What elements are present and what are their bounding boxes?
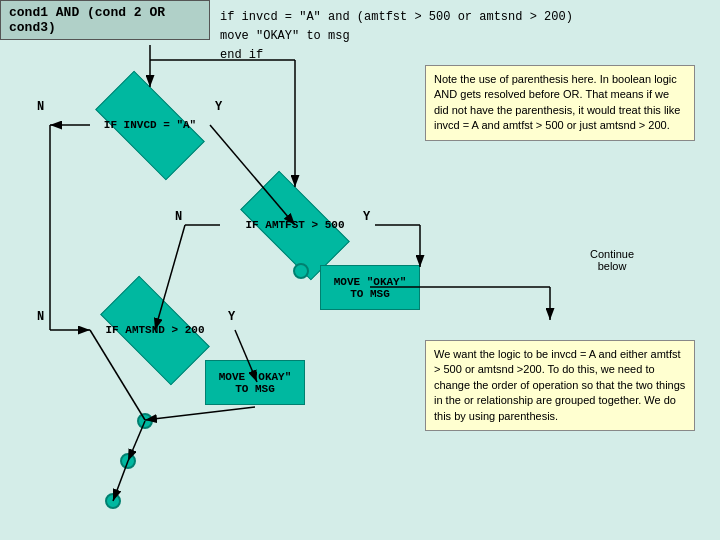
process2-label: MOVE "OKAY" TO MSG — [219, 371, 292, 395]
diamond1-wrapper: IF INVCD = "A" — [80, 85, 220, 165]
note2-text: We want the logic to be invcd = A and ei… — [434, 348, 685, 422]
diamond2 — [240, 170, 350, 280]
label-n2: N — [175, 210, 182, 224]
svg-line-13 — [145, 407, 255, 420]
note-box-2: We want the logic to be invcd = A and ei… — [425, 340, 695, 431]
diamond3 — [100, 275, 210, 385]
label-n3: N — [37, 310, 44, 324]
circle-terminal-1 — [137, 413, 153, 429]
label-y3: Y — [228, 310, 235, 324]
label-y1: Y — [215, 100, 222, 114]
process1-label: MOVE "OKAY" TO MSG — [334, 276, 407, 300]
note-box-1: Note the use of parenthesis here. In boo… — [425, 65, 695, 141]
label-n1: N — [37, 100, 44, 114]
circle-terminal-2 — [120, 453, 136, 469]
circle-terminal-right — [293, 263, 309, 279]
title-bar: cond1 AND (cond 2 OR cond3) — [0, 0, 210, 40]
process-box-2: MOVE "OKAY" TO MSG — [205, 360, 305, 405]
code-line2: move "OKAY" to msg — [220, 27, 573, 46]
diamond3-wrapper: IF AMTSND > 200 — [80, 290, 230, 370]
code-line1: if invcd = "A" and (amtfst > 500 or amts… — [220, 8, 573, 27]
note1-text: Note the use of parenthesis here. In boo… — [434, 73, 680, 131]
continue-below-label: Continuebelow — [590, 248, 634, 272]
circle-terminal-3 — [105, 493, 121, 509]
code-line3: end if — [220, 46, 573, 65]
diamond1 — [95, 70, 205, 180]
label-y2: Y — [363, 210, 370, 224]
diamond2-wrapper: IF AMTFST > 500 — [220, 185, 370, 265]
title-text: cond1 AND (cond 2 OR cond3) — [9, 5, 165, 35]
code-block: if invcd = "A" and (amtfst > 500 or amts… — [220, 8, 573, 66]
process-box-1: MOVE "OKAY" TO MSG — [320, 265, 420, 310]
